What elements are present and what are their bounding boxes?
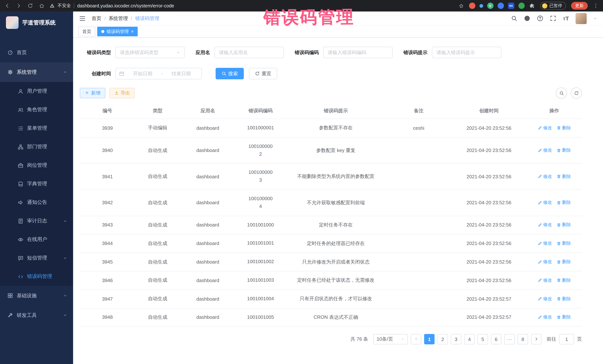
browser-menu-icon[interactable] [593, 3, 599, 9]
bookmark-star-icon[interactable] [458, 3, 464, 8]
browser-back-icon[interactable] [4, 3, 10, 9]
sidebar-item-dict[interactable]: 字典管理 [0, 175, 73, 193]
browser-reload-icon[interactable] [27, 3, 33, 9]
edit-link[interactable]: 修改 [537, 277, 552, 284]
column-header[interactable]: 备注 [386, 108, 452, 114]
chrome-update-button[interactable]: 更新 [571, 2, 588, 10]
sidebar-item-infra[interactable]: 基础设施 [0, 286, 73, 305]
cell-app: dashboard [180, 147, 235, 153]
extensions-puzzle-icon[interactable] [529, 3, 535, 9]
address-bar[interactable]: 不安全 dashboard.yudao.iocoder.cn/system/er… [50, 3, 464, 9]
font-size-icon[interactable]: TT [563, 15, 569, 22]
delete-link[interactable]: 删除 [557, 200, 571, 206]
extension-icon-on[interactable]: on [508, 3, 514, 9]
edit-link[interactable]: 修改 [537, 240, 552, 247]
extension-icon-blue-dot[interactable] [479, 4, 483, 8]
export-button[interactable]: 导出 [109, 88, 135, 98]
app-brand[interactable]: 芋道管理系统 [0, 11, 73, 34]
sidebar-item-audit-log[interactable]: 审计日志 [0, 212, 73, 230]
pagination-page-8[interactable]: 8 [518, 334, 528, 344]
pagination-page-1[interactable]: 1 [424, 334, 435, 344]
reset-button[interactable]: 重置 [249, 68, 277, 79]
delete-link[interactable]: 删除 [557, 277, 571, 284]
profile-paused-badge[interactable]: 已暂停 [540, 2, 566, 10]
sidebar-item-user[interactable]: 用户管理 [0, 82, 73, 100]
date-range-picker[interactable]: - [116, 68, 202, 79]
error-code-input[interactable] [323, 47, 393, 58]
delete-link[interactable]: 删除 [557, 125, 571, 131]
page-size-select[interactable]: 10条/页 [373, 334, 408, 344]
sidebar-item-dev-tools[interactable]: 研发工具 [0, 305, 73, 325]
pagination-next-button[interactable] [531, 334, 541, 344]
tab-错误码管理[interactable]: 错误码管理× [97, 27, 138, 36]
sidebar-item-notice[interactable]: 通知公告 [0, 193, 73, 212]
breadcrumb-item[interactable]: 首页 [92, 15, 101, 22]
user-avatar[interactable] [576, 13, 587, 24]
column-header[interactable]: 类型 [135, 108, 180, 114]
search-button[interactable]: 搜索 [216, 68, 244, 79]
error-hint-input[interactable] [432, 47, 501, 58]
edit-link[interactable]: 修改 [537, 314, 552, 320]
column-header[interactable]: 操作 [527, 108, 582, 114]
edit-link[interactable]: 修改 [537, 200, 552, 206]
goto-page-input[interactable] [559, 334, 574, 344]
breadcrumb-item[interactable]: 错误码管理 [135, 15, 159, 22]
pagination-page-3[interactable]: 3 [451, 334, 461, 344]
app-name-input[interactable] [214, 47, 284, 58]
extension-icon-vue-devtools[interactable]: V [487, 3, 493, 9]
extension-icon-red[interactable] [469, 3, 475, 9]
edit-link[interactable]: 修改 [537, 173, 552, 180]
column-header[interactable]: 错误码提示 [286, 108, 386, 114]
breadcrumb-item[interactable]: 系统管理 [109, 15, 128, 22]
delete-link[interactable]: 删除 [557, 222, 571, 228]
pagination-page-4[interactable]: 4 [464, 334, 475, 344]
sidebar-item-system[interactable]: 系统管理 [0, 62, 73, 82]
extension-icon-blue[interactable] [498, 3, 504, 9]
search-icon[interactable] [511, 15, 517, 22]
delete-link[interactable]: 删除 [557, 147, 571, 154]
edit-link[interactable]: 修改 [537, 222, 552, 228]
tab-首页[interactable]: 首页 [78, 27, 95, 36]
edit-link[interactable]: 修改 [537, 259, 552, 265]
error-code-type-select[interactable]: 请选择错误码类型 [116, 47, 185, 58]
sidebar-item-dept[interactable]: 部门管理 [0, 138, 73, 156]
add-button[interactable]: 新增 [80, 88, 105, 98]
edit-link[interactable]: 修改 [537, 296, 552, 302]
sidebar-item-role[interactable]: 角色管理 [0, 100, 73, 119]
github-icon[interactable] [524, 15, 530, 22]
avatar-caret-icon[interactable] [593, 16, 597, 20]
start-date-input[interactable] [126, 70, 160, 77]
pagination-page-5[interactable]: 5 [477, 334, 488, 344]
delete-link[interactable]: 删除 [557, 296, 571, 302]
sidebar-collapse-button[interactable] [79, 15, 86, 22]
sidebar-item-home[interactable]: 首页 [0, 43, 73, 62]
toggle-search-button[interactable] [556, 88, 567, 99]
column-header[interactable]: 错误码编码 [235, 108, 286, 114]
sidebar-item-sms[interactable]: 短信管理 [0, 249, 73, 267]
extension-icon-green[interactable] [518, 3, 524, 9]
help-icon[interactable] [537, 15, 543, 22]
edit-link[interactable]: 修改 [537, 147, 552, 154]
fullscreen-icon[interactable] [550, 15, 556, 22]
sidebar-item-online-user[interactable]: 在线用户 [0, 230, 73, 249]
column-header[interactable]: 创建时间 [451, 108, 527, 114]
refresh-table-button[interactable] [571, 88, 582, 99]
sidebar-item-post[interactable]: 岗位管理 [0, 156, 73, 175]
tab-close-icon[interactable]: × [131, 29, 134, 34]
sidebar-item-error-code[interactable]: 错误码管理 [0, 267, 73, 286]
browser-home-icon[interactable] [39, 3, 45, 9]
pagination-more-button[interactable]: ··· [504, 334, 515, 344]
browser-forward-icon[interactable] [16, 3, 22, 9]
edit-link[interactable]: 修改 [537, 125, 552, 131]
pagination-page-6[interactable]: 6 [491, 334, 501, 344]
sidebar-item-menu[interactable]: 菜单管理 [0, 119, 73, 138]
delete-link[interactable]: 删除 [557, 240, 571, 247]
column-header[interactable]: 应用名 [180, 108, 235, 114]
delete-link[interactable]: 删除 [557, 173, 571, 180]
delete-link[interactable]: 删除 [557, 314, 571, 320]
column-header[interactable]: 编号 [80, 108, 135, 114]
pagination-page-2[interactable]: 2 [438, 334, 448, 344]
end-date-input[interactable] [164, 70, 198, 77]
pagination-prev-button[interactable] [411, 334, 421, 344]
delete-link[interactable]: 删除 [557, 259, 571, 265]
